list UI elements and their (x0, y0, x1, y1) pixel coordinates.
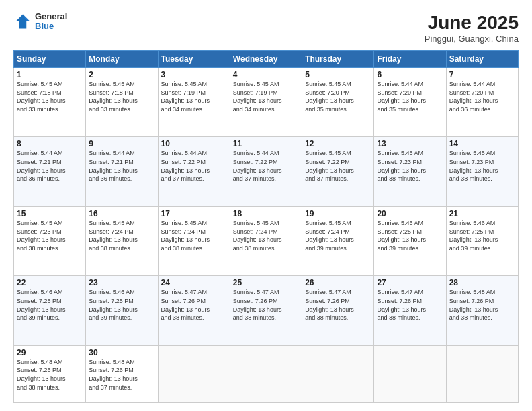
day-24: 24 Sunrise: 5:47 AMSunset: 7:26 PMDaylig… (158, 276, 230, 345)
empty-cell-4 (374, 345, 446, 402)
header-saturday: Saturday (446, 51, 518, 68)
week-row-1: 1 Sunrise: 5:45 AMSunset: 7:18 PMDayligh… (14, 68, 519, 137)
day-25: 25 Sunrise: 5:47 AMSunset: 7:26 PMDaylig… (230, 276, 302, 345)
day-27: 27 Sunrise: 5:47 AMSunset: 7:26 PMDaylig… (374, 276, 446, 345)
day-2: 2 Sunrise: 5:45 AMSunset: 7:18 PMDayligh… (86, 68, 158, 137)
day-30: 30 Sunrise: 5:48 AMSunset: 7:26 PMDaylig… (86, 345, 158, 402)
empty-cell-3 (302, 345, 374, 402)
logo-text: General Blue (35, 12, 67, 32)
calendar: Sunday Monday Tuesday Wednesday Thursday… (13, 50, 519, 403)
title-block: June 2025 Pinggui, Guangxi, China (425, 12, 519, 44)
day-16: 16 Sunrise: 5:45 AMSunset: 7:24 PMDaylig… (86, 206, 158, 275)
day-1: 1 Sunrise: 5:45 AMSunset: 7:18 PMDayligh… (14, 68, 86, 137)
empty-cell-1 (158, 345, 230, 402)
day-11: 11 Sunrise: 5:44 AMSunset: 7:22 PMDaylig… (230, 137, 302, 206)
day-29: 29 Sunrise: 5:48 AMSunset: 7:26 PMDaylig… (14, 345, 86, 402)
day-5: 5 Sunrise: 5:45 AMSunset: 7:20 PMDayligh… (302, 68, 374, 137)
week-row-5: 29 Sunrise: 5:48 AMSunset: 7:26 PMDaylig… (14, 345, 519, 402)
day-15: 15 Sunrise: 5:45 AMSunset: 7:23 PMDaylig… (14, 206, 86, 275)
day-18: 18 Sunrise: 5:45 AMSunset: 7:24 PMDaylig… (230, 206, 302, 275)
day-6: 6 Sunrise: 5:44 AMSunset: 7:20 PMDayligh… (374, 68, 446, 137)
page: General Blue June 2025 Pinggui, Guangxi,… (0, 0, 532, 411)
empty-cell-2 (230, 345, 302, 402)
logo-blue: Blue (35, 21, 67, 31)
day-9: 9 Sunrise: 5:44 AMSunset: 7:21 PMDayligh… (86, 137, 158, 206)
week-row-3: 15 Sunrise: 5:45 AMSunset: 7:23 PMDaylig… (14, 206, 519, 275)
logo: General Blue (13, 12, 67, 32)
header-thursday: Thursday (302, 51, 374, 68)
week-row-4: 22 Sunrise: 5:46 AMSunset: 7:25 PMDaylig… (14, 276, 519, 345)
day-14: 14 Sunrise: 5:45 AMSunset: 7:23 PMDaylig… (446, 137, 518, 206)
day-8: 8 Sunrise: 5:44 AMSunset: 7:21 PMDayligh… (14, 137, 86, 206)
day-26: 26 Sunrise: 5:47 AMSunset: 7:26 PMDaylig… (302, 276, 374, 345)
day-20: 20 Sunrise: 5:46 AMSunset: 7:25 PMDaylig… (374, 206, 446, 275)
day-22: 22 Sunrise: 5:46 AMSunset: 7:25 PMDaylig… (14, 276, 86, 345)
day-10: 10 Sunrise: 5:44 AMSunset: 7:22 PMDaylig… (158, 137, 230, 206)
day-23: 23 Sunrise: 5:46 AMSunset: 7:25 PMDaylig… (86, 276, 158, 345)
logo-general: General (35, 12, 67, 21)
header-wednesday: Wednesday (230, 51, 302, 68)
header-tuesday: Tuesday (158, 51, 230, 68)
day-3: 3 Sunrise: 5:45 AMSunset: 7:19 PMDayligh… (158, 68, 230, 137)
day-28: 28 Sunrise: 5:48 AMSunset: 7:26 PMDaylig… (446, 276, 518, 345)
day-7: 7 Sunrise: 5:44 AMSunset: 7:20 PMDayligh… (446, 68, 518, 137)
header: General Blue June 2025 Pinggui, Guangxi,… (13, 12, 519, 44)
day-4: 4 Sunrise: 5:45 AMSunset: 7:19 PMDayligh… (230, 68, 302, 137)
header-monday: Monday (86, 51, 158, 68)
empty-cell-5 (446, 345, 518, 402)
day-12: 12 Sunrise: 5:45 AMSunset: 7:22 PMDaylig… (302, 137, 374, 206)
day-13: 13 Sunrise: 5:45 AMSunset: 7:23 PMDaylig… (374, 137, 446, 206)
day-21: 21 Sunrise: 5:46 AMSunset: 7:25 PMDaylig… (446, 206, 518, 275)
header-sunday: Sunday (14, 51, 86, 68)
location: Pinggui, Guangxi, China (425, 34, 519, 44)
day-17: 17 Sunrise: 5:45 AMSunset: 7:24 PMDaylig… (158, 206, 230, 275)
weekday-header-row: Sunday Monday Tuesday Wednesday Thursday… (14, 51, 519, 68)
logo-icon (13, 12, 32, 31)
header-friday: Friday (374, 51, 446, 68)
month-title: June 2025 (425, 12, 519, 34)
week-row-2: 8 Sunrise: 5:44 AMSunset: 7:21 PMDayligh… (14, 137, 519, 206)
day-19: 19 Sunrise: 5:45 AMSunset: 7:24 PMDaylig… (302, 206, 374, 275)
